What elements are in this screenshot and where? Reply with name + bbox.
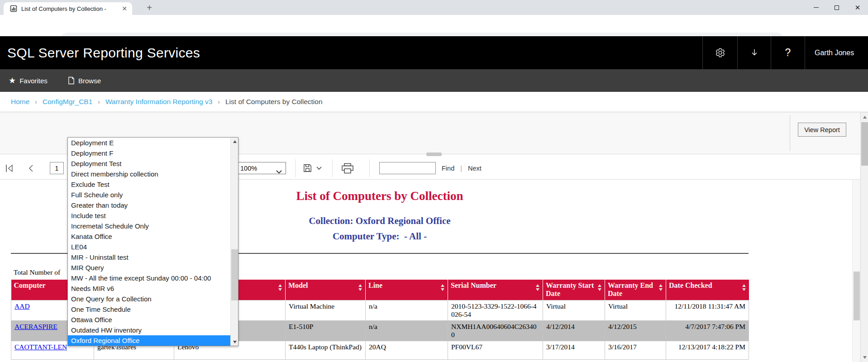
sort-icon[interactable] bbox=[659, 284, 663, 291]
column-header-label: Warranty End Date bbox=[608, 281, 653, 297]
page-scrollbar[interactable] bbox=[860, 112, 868, 362]
print-button[interactable] bbox=[341, 157, 354, 180]
browser-tab[interactable]: List of Computers by Collection - ✕ bbox=[4, 2, 132, 15]
next-button[interactable]: Next bbox=[468, 165, 482, 172]
column-header[interactable]: Warranty Start Date bbox=[543, 280, 605, 300]
browse-button[interactable]: Browse bbox=[68, 69, 101, 92]
sort-icon[interactable] bbox=[598, 284, 601, 291]
computer-link[interactable]: AAD bbox=[14, 302, 30, 310]
dropdown-option[interactable]: Deployment Test bbox=[68, 158, 238, 169]
dropdown-option[interactable]: Oxford Regional Office bbox=[68, 335, 238, 346]
scroll-down-icon[interactable] bbox=[231, 338, 238, 346]
dropdown-option[interactable]: Incremetal Schedule Only bbox=[68, 221, 238, 231]
dropdown-scrollbar[interactable] bbox=[230, 138, 238, 346]
column-header[interactable]: Line bbox=[366, 280, 448, 300]
first-page-button[interactable] bbox=[5, 157, 14, 180]
table-cell: 12/13/2017 4:18:22 PM bbox=[666, 341, 749, 359]
scroll-up-icon[interactable] bbox=[861, 113, 868, 121]
dropdown-option[interactable]: One Query for a Collection bbox=[68, 294, 238, 304]
dropdown-option[interactable]: MIR Query bbox=[68, 262, 238, 273]
floppy-save-icon bbox=[302, 163, 313, 173]
table-cell: E1-510P bbox=[286, 320, 366, 341]
settings-button[interactable] bbox=[702, 36, 737, 69]
table-cell: PF00VL67 bbox=[448, 341, 543, 359]
dropdown-option[interactable]: Deployment F bbox=[68, 148, 238, 158]
scroll-up-icon[interactable] bbox=[231, 138, 238, 145]
dropdown-option[interactable]: Greater than today bbox=[68, 200, 238, 210]
column-header-label: Model bbox=[288, 281, 308, 289]
dropdown-option[interactable]: Exclude Test bbox=[68, 179, 238, 190]
zoom-select[interactable]: 100% bbox=[236, 162, 286, 174]
page-number-input[interactable] bbox=[50, 162, 64, 174]
favorites-button[interactable]: ★ Favorites bbox=[9, 69, 48, 92]
computer-link[interactable]: CAOTTANT-LEN bbox=[14, 343, 67, 351]
question-mark-icon: ? bbox=[785, 47, 791, 59]
column-header[interactable]: Warranty End Date bbox=[605, 280, 666, 300]
find-input[interactable] bbox=[379, 162, 436, 174]
table-cell: Virtual bbox=[543, 300, 605, 320]
sort-icon[interactable] bbox=[742, 284, 746, 291]
column-header-label: Serial Number bbox=[451, 281, 496, 289]
breadcrumb-current: List of Computers by Collection bbox=[225, 98, 323, 106]
table-cell: 3/16/2017 bbox=[605, 341, 666, 359]
sort-icon[interactable] bbox=[536, 284, 539, 291]
dropdown-option[interactable]: Needs MIR v6 bbox=[68, 283, 238, 294]
table-cell: T440s Laptop (ThinkPad) bbox=[286, 341, 366, 359]
dropdown-option[interactable]: LE04 bbox=[68, 242, 238, 252]
dropdown-option[interactable]: Direct membership collection bbox=[68, 169, 238, 179]
computer-link[interactable]: ACERASPIRE bbox=[14, 323, 57, 330]
maximize-button[interactable] bbox=[826, 0, 847, 15]
column-header[interactable]: Date Checked bbox=[666, 280, 749, 300]
dropdown-option[interactable]: MW - All the time except Sunday 00:00 - … bbox=[68, 273, 238, 283]
tab-close-icon[interactable]: ✕ bbox=[120, 5, 129, 12]
download-button[interactable] bbox=[737, 36, 771, 69]
browse-file-icon bbox=[68, 76, 75, 85]
dropdown-option[interactable]: One Time Schedule bbox=[68, 304, 238, 314]
column-header[interactable]: Model bbox=[286, 280, 366, 300]
sort-icon[interactable] bbox=[358, 284, 362, 291]
table-cell: n/a bbox=[366, 300, 448, 320]
page-scrollbar-thumb[interactable] bbox=[861, 122, 868, 166]
breadcrumb-link-home[interactable]: Home bbox=[11, 98, 29, 106]
minimize-icon bbox=[814, 7, 819, 8]
help-button[interactable]: ? bbox=[771, 36, 805, 69]
report-scrollbar-thumb[interactable] bbox=[854, 272, 860, 320]
user-menu[interactable]: Garth Jones bbox=[805, 36, 868, 69]
column-header[interactable]: Serial Number bbox=[448, 280, 543, 300]
screen: List of Computers by Collection - ✕ + ✕ … bbox=[0, 0, 868, 362]
star-icon: ★ bbox=[9, 76, 16, 86]
maximize-icon bbox=[835, 5, 839, 10]
panel-divider bbox=[790, 115, 790, 151]
bar-chart-favicon-icon bbox=[10, 5, 17, 12]
dropdown-scrollbar-thumb[interactable] bbox=[231, 249, 238, 300]
dropdown-option[interactable]: Ottawa Office bbox=[68, 314, 238, 325]
sort-icon[interactable] bbox=[278, 284, 282, 291]
table-cell: Virtual bbox=[605, 300, 666, 320]
dropdown-option[interactable]: Deployment E bbox=[68, 138, 238, 148]
find-button[interactable]: Find bbox=[442, 165, 454, 172]
dropdown-option[interactable]: Full Scheule only bbox=[68, 190, 238, 200]
breadcrumb-link-configmgr[interactable]: ConfigMgr_CB1 bbox=[43, 98, 92, 106]
close-button[interactable]: ✕ bbox=[847, 0, 868, 15]
table-cell: 12/11/2018 11:31:47 AM bbox=[666, 300, 749, 320]
favorites-label: Favorites bbox=[19, 77, 48, 85]
table-cell: 3/17/2014 bbox=[543, 341, 605, 359]
dropdown-option[interactable]: Outdated HW inventory bbox=[68, 325, 238, 335]
minimize-button[interactable] bbox=[806, 0, 826, 15]
scroll-down-icon[interactable] bbox=[861, 353, 868, 361]
toolbar-divider bbox=[295, 159, 296, 177]
previous-page-button[interactable] bbox=[28, 157, 33, 180]
dropdown-option[interactable]: Kanata Office bbox=[68, 231, 238, 242]
column-header-label: Computer bbox=[14, 281, 46, 289]
breadcrumb-link-warranty-folder[interactable]: Warranty Information Reporting v3 bbox=[105, 98, 212, 106]
new-tab-button[interactable]: + bbox=[144, 3, 155, 14]
splitter-handle[interactable] bbox=[426, 152, 442, 156]
app-header: SQL Server Reporting Services ? Garth Jo… bbox=[0, 36, 868, 69]
report-scrollbar[interactable] bbox=[852, 180, 860, 362]
save-export-button[interactable] bbox=[302, 157, 322, 180]
dropdown-option[interactable]: Include test bbox=[68, 210, 238, 221]
dropdown-option[interactable]: MIR - Uninstall test bbox=[68, 252, 238, 262]
toolbar-divider bbox=[369, 159, 370, 177]
view-report-button[interactable]: View Report bbox=[798, 123, 846, 137]
sort-icon[interactable] bbox=[441, 284, 444, 291]
